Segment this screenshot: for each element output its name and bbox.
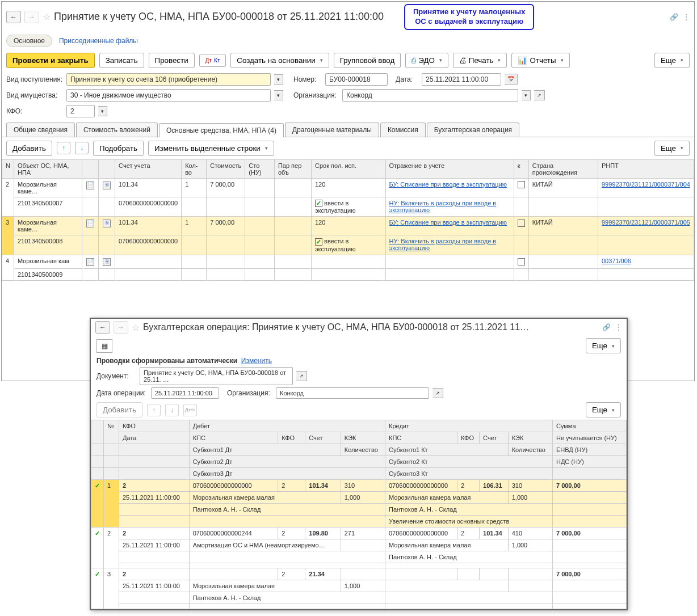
col-n: N — [2, 159, 14, 178]
link-icon[interactable]: 🔗 — [670, 13, 678, 21]
print-button[interactable]: 🖨 Печать — [453, 53, 507, 68]
nav-tab-files[interactable]: Присоединенные файлы — [59, 37, 138, 45]
change-link[interactable]: Изменить — [241, 357, 272, 365]
more-icon[interactable]: ⋮ — [683, 13, 690, 21]
tab-acc-op[interactable]: Бухгалтерская операция — [427, 123, 519, 137]
ov-link-icon[interactable]: 🔗 — [602, 323, 611, 331]
tab-general[interactable]: Общие сведения — [6, 123, 75, 137]
kfo-label: КФО: — [6, 107, 63, 115]
ov-favorite-icon[interactable]: ☆ — [132, 322, 140, 333]
overlay-title: Бухгалтерская операция: Принятие к учету… — [143, 322, 529, 332]
forward-button[interactable]: → — [24, 11, 39, 23]
date-field[interactable]: 25.11.2021 11:00:00 — [422, 73, 501, 86]
col-account: Счет учета — [115, 159, 182, 178]
doc-open-icon[interactable]: ↗ — [296, 371, 307, 381]
col-cost-nu: Сто (НУ) — [245, 159, 275, 178]
col-rnpt: РНПТ — [598, 159, 694, 178]
table-row[interactable]: 3Морозильная каме…📄⎘101.3417 000,00120БУ… — [2, 217, 694, 235]
col-object: Объект ОС, НМА, НПА — [14, 159, 82, 178]
calendar-icon[interactable] — [505, 74, 518, 85]
ov-back-button[interactable]: ← — [95, 321, 110, 334]
doc-icon[interactable]: 📄 — [82, 178, 99, 197]
post-close-button[interactable]: Провести и закрыть — [6, 53, 95, 68]
favorite-icon[interactable]: ☆ — [43, 11, 51, 22]
reports-button[interactable]: 📊 Отчеты — [511, 53, 569, 68]
property-type-label: Вид имущества: — [6, 91, 63, 99]
save-button[interactable]: Записать — [99, 53, 144, 68]
assets-table: N Объект ОС, НМА, НПА Счет учета Кол-во … — [2, 159, 694, 281]
org-field[interactable]: Конкорд — [342, 89, 518, 102]
col-qty: Кол-во — [182, 159, 207, 178]
post-button[interactable]: Провести — [149, 53, 195, 68]
table-row[interactable]: 4Морозильная кам📄⎘00371/006 — [2, 255, 694, 268]
col-reflection: Отражение в учете — [385, 159, 514, 178]
org-label: Организация: — [293, 91, 339, 99]
move-up-button[interactable]: ↑ — [57, 142, 70, 154]
table-row-sub[interactable]: 210134050000807060000000000000✓ ввести в… — [2, 235, 694, 255]
table-row[interactable]: 2Морозильная каме…📄⎘101.3417 000,00120БУ… — [2, 178, 694, 197]
table-row-sub[interactable]: 2101340500009 — [2, 268, 694, 280]
dtkt-button[interactable]: ДтКт — [199, 54, 226, 67]
col-term: Срок пол. исп. — [312, 159, 386, 178]
move-down-button[interactable]: ↓ — [75, 142, 89, 154]
doc-label: Документ: — [96, 372, 136, 380]
tab-commission[interactable]: Комиссия — [380, 123, 426, 137]
col-par: Пар пер объ — [274, 159, 311, 178]
org-dropdown[interactable]: ▾ — [522, 90, 531, 100]
nav-tab-main[interactable]: Основное — [6, 35, 52, 47]
doc-icon[interactable]: 📄 — [82, 255, 99, 268]
pick-button[interactable]: Подобрать — [93, 141, 144, 156]
ext-icon[interactable]: ⎘ — [99, 178, 115, 197]
receipt-type-dropdown[interactable]: ▾ — [274, 74, 283, 85]
property-type-field[interactable]: 30 - Иное движимое имущество — [66, 89, 271, 102]
kfo-dropdown[interactable]: ▾ — [98, 106, 107, 116]
receipt-type-label: Вид поступления: — [6, 75, 63, 83]
tab-assets[interactable]: Основные средства, НМА, НПА (4) — [159, 123, 284, 137]
doc-icon[interactable]: 📄 — [82, 217, 99, 235]
callout-note: Принятие к учету малоценных ОС с выдачей… — [404, 4, 534, 30]
kfo-field[interactable]: 2 — [66, 105, 95, 117]
ov-more-icon[interactable]: ⋮ — [615, 323, 622, 331]
ov-forward-button[interactable]: → — [114, 321, 128, 334]
doc-field[interactable]: Принятие к учету ОС, НМА, НПА БУ00-00001… — [140, 367, 293, 382]
more-button[interactable]: Еще — [654, 53, 690, 68]
auto-post-label: Проводки сформированы автоматически — [96, 357, 237, 365]
window-title: Принятие к учету ОС, НМА, НПА БУ00-00001… — [54, 11, 384, 23]
number-label: Номер: — [293, 75, 322, 83]
org-open-icon[interactable]: ↗ — [534, 90, 545, 100]
edo-button[interactable]: ⎙ ЭДО — [405, 53, 448, 68]
ov-toggle-button[interactable]: ▦ — [96, 339, 112, 353]
edit-rows-button[interactable]: Изменить выделенные строки — [148, 141, 274, 156]
receipt-type-field[interactable]: Принятие к учету со счета 106 (приобрете… — [66, 73, 271, 86]
create-based-on-button[interactable]: Создать на основании — [230, 53, 329, 68]
tab-precious[interactable]: Драгоценные материалы — [285, 123, 379, 137]
tab-invest-cost[interactable]: Стоимость вложений — [76, 123, 158, 137]
ext-icon[interactable]: ⎘ — [99, 255, 115, 268]
date-label: Дата: — [396, 75, 418, 83]
col-cost: Стоимость — [207, 159, 245, 178]
col-country: Страна происхождения — [528, 159, 598, 178]
sub-more-button[interactable]: Еще — [654, 141, 690, 156]
property-type-dropdown[interactable]: ▾ — [274, 90, 283, 100]
number-field[interactable]: БУ00-000018 — [325, 73, 388, 86]
group-input-button[interactable]: Групповой ввод — [334, 53, 401, 68]
ext-icon[interactable]: ⎘ — [99, 217, 115, 235]
add-row-button[interactable]: Добавить — [6, 141, 52, 156]
table-row-sub[interactable]: 210134050000707060000000000000✓ ввести в… — [2, 197, 694, 217]
ov-more-button[interactable]: Еще — [586, 338, 621, 353]
back-button[interactable]: ← — [6, 11, 21, 23]
col-k: к — [514, 159, 528, 178]
